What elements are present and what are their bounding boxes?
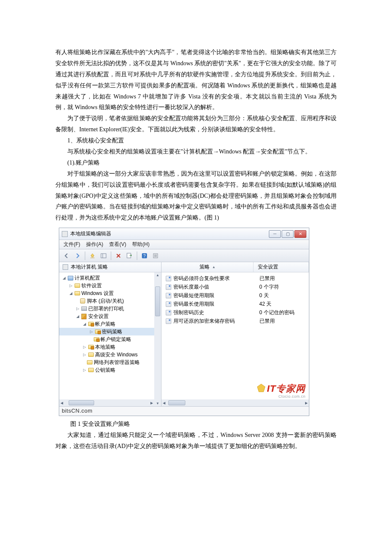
tree-header[interactable]: 本地计算机 策略 [59,262,161,272]
node-label: 网络列表管理器策略 [94,359,140,366]
paragraph: 1、系统核心安全配置 [55,135,337,146]
cell-policy: 密码必须符合复杂性要求 [173,275,230,282]
node-label: 已部署的打印机 [88,305,124,312]
menu-help[interactable]: 帮助(H) [132,241,150,248]
node-label: 脚本 (启动/关机) [87,298,124,305]
svg-marker-9 [257,384,265,392]
scrollbar-thumb[interactable] [168,400,185,405]
svg-rect-0 [101,254,106,258]
cell-policy: 用可还原的加密来储存密码 [173,318,235,325]
list-row[interactable]: 用可还原的加密来储存密码已禁用 [161,317,309,325]
tree-node-computer-config[interactable]: ◢计算机配置 [59,274,161,282]
tree-panel: 本地计算机 策略 ◢计算机配置 ▷软件设置 ◢Windows 设置 脚本 (启动… [59,262,161,406]
show-tree-button[interactable] [99,251,108,260]
tree-node-windows-settings[interactable]: ◢Windows 设置 [59,289,161,297]
horizontal-scrollbar[interactable]: ◀ ▶ [161,399,309,406]
column-header-setting[interactable]: 安全设置 [254,262,309,272]
cell-policy: 密码最短使用期限 [173,292,214,299]
up-button[interactable] [88,251,97,260]
help-button[interactable]: ? [140,251,149,260]
paragraph: 对于组策略的这一部分大家应该非常熟悉，因为在这里可以设置密码和账户的锁定策略。例… [55,168,337,223]
tree-node-deployed-printers[interactable]: ▷已部署的打印机 [59,305,161,312]
export-button[interactable] [125,251,134,260]
menubar: 文件(F) 操作(A) 查看(V) 帮助(H) [59,240,309,249]
app-icon [62,231,68,237]
paragraph: 大家知道，通过组策略只能定义一个域密码策略，不过，Windows Server … [55,430,337,452]
cell-setting: 0 个记住的密码 [255,309,309,316]
tree-node-account-policies[interactable]: ◢帐户策略 [59,320,161,328]
cell-setting: 已禁用 [255,275,309,282]
list-row[interactable]: 强制密码历史0 个记住的密码 [161,308,309,317]
tree-node-advanced-windows[interactable]: ▷高级安全 Windows [59,351,161,358]
cell-setting: 0 个字符 [255,283,309,291]
titlebar[interactable]: 本地组策略编辑器 ─ ▢ ✕ [59,228,309,240]
column-header-policy[interactable]: 策略▲ [161,262,254,272]
node-label: 公钥策略 [95,367,115,374]
watermark-logo-icon [257,383,266,393]
cell-setting: 0 天 [255,292,309,299]
paragraph: 为了便于说明，笔者依据组策略的安全配置功能将其划分为三部分：系统核心安全配置、应… [55,113,337,135]
watermark-url: Ctocio.com.cn [267,394,306,399]
tree-node-public-key[interactable]: ▷公钥策略 [59,366,161,374]
vertical-scrollbar[interactable]: ▲ ▼ [154,272,161,406]
figure-caption: 图 1 安全设置账户策略 [55,420,337,428]
watermark: ITIT专家网专家网 Ctocio.com.cn [267,382,306,399]
forward-button[interactable] [73,251,82,260]
node-label: 安全设置 [88,313,109,320]
tree-node-security-settings[interactable]: ◢安全设置 [59,312,161,320]
properties-button[interactable] [151,251,160,260]
policy-item-icon [166,318,171,324]
list-row[interactable]: 密码最短使用期限0 天 [161,291,309,300]
paragraph: 有人将组策略比作深藏在系统中的"大内高手"，笔者觉得这个比喻的非常恰当的。组策略… [55,47,337,113]
tree-node-scripts[interactable]: 脚本 (启动/关机) [59,297,161,305]
cell-policy: 密码最长使用期限 [173,301,214,308]
maximize-button[interactable]: ▢ [282,230,294,238]
cell-policy: 密码长度最小值 [173,283,209,291]
mmc-body: 本地计算机 策略 ◢计算机配置 ▷软件设置 ◢Windows 设置 脚本 (启动… [59,262,309,406]
svg-text:?: ? [143,254,146,258]
paragraph: 与系统核心安全相关的组策略设置项主要在"计算机配置→Windows 配置→安全配… [55,146,337,157]
node-label: 计算机配置 [75,275,100,282]
tree-node-local-policies[interactable]: ▷本地策略 [59,343,161,351]
tree-node-network-list[interactable]: 网络列表管理器策略 [59,358,161,366]
menu-view[interactable]: 查看(V) [109,241,126,248]
paragraph: (1).账户策略 [55,157,337,168]
node-label: 软件设置 [81,282,102,289]
node-label: 帐户锁定策略 [101,336,131,343]
node-label: 高级安全 Windows [95,351,138,358]
tree-node-lockout-policy[interactable]: 帐户锁定策略 [59,335,161,343]
delete-button[interactable] [114,251,123,260]
cell-setting: 已禁用 [255,318,309,325]
horizontal-scrollbar[interactable]: ◀ ▶ [59,399,154,406]
tree-node-password-policy[interactable]: ▷密码策略 [59,328,161,335]
toolbar: ? [59,249,309,262]
scrollbar-thumb[interactable] [155,286,160,316]
window-title: 本地组策略编辑器 [70,230,111,237]
list-header: 策略▲ 安全设置 [161,262,309,272]
back-button[interactable] [62,251,71,260]
menu-action[interactable]: 操作(A) [86,241,103,248]
tree-node-software-settings[interactable]: ▷软件设置 [59,282,161,289]
policy-item-icon [166,284,171,290]
window-controls: ─ ▢ ✕ [269,230,306,238]
cell-setting: 42 天 [255,301,309,308]
menu-file[interactable]: 文件(F) [63,241,80,248]
figure-1: 本地组策略编辑器 ─ ▢ ✕ 文件(F) 操作(A) 查看(V) 帮助(H) [59,228,337,416]
minimize-button[interactable]: ─ [269,230,281,238]
close-button[interactable]: ✕ [294,230,306,238]
mmc-window: 本地组策略编辑器 ─ ▢ ✕ 文件(F) 操作(A) 查看(V) 帮助(H) [59,228,309,416]
policy-icon [63,264,68,270]
policy-item-icon [166,310,171,315]
node-label: 帐户策略 [95,321,115,328]
list-row[interactable]: 密码长度最小值0 个字符 [161,283,309,291]
policy-item-icon [166,301,171,307]
tree-root-label: 本地计算机 策略 [71,263,108,271]
node-label: 密码策略 [102,328,122,335]
policy-item-icon [166,276,171,281]
policy-item-icon [166,293,171,298]
list-row[interactable]: 密码最长使用期限42 天 [161,300,309,308]
list-row[interactable]: 密码必须符合复杂性要求已禁用 [161,274,309,283]
scrollbar-thumb[interactable] [69,400,94,405]
footer-brand: bitsCN.com [59,406,309,416]
list-body: 密码必须符合复杂性要求已禁用 密码长度最小值0 个字符 密码最短使用期限0 天 … [161,272,309,327]
